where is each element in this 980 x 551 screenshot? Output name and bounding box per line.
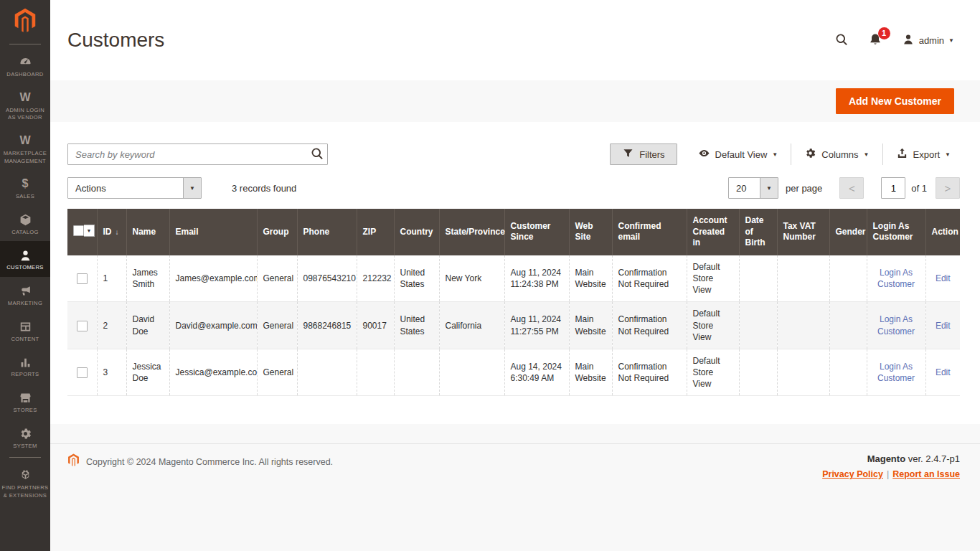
- sidebar-item-system[interactable]: SYSTEM: [0, 420, 50, 456]
- cell-state-province: New York: [439, 255, 504, 302]
- column-header-confirmed-email[interactable]: Confirmed email: [612, 209, 687, 255]
- columns-label: Columns: [821, 149, 858, 160]
- cell-email: James@example.com: [169, 255, 257, 302]
- version-block: Magento ver. 2.4.7-p1 Privacy Policy|Rep…: [822, 453, 960, 479]
- cell-country: [394, 349, 439, 396]
- cell-group: General: [257, 255, 297, 302]
- column-header-customer-since[interactable]: Customer Since: [504, 209, 569, 255]
- row-checkbox[interactable]: [77, 273, 88, 284]
- search-submit-button[interactable]: [310, 146, 324, 163]
- column-header-gender[interactable]: Gender: [829, 209, 867, 255]
- sidebar-item-customers[interactable]: CUSTOMERS: [0, 241, 50, 277]
- cell-group: General: [257, 302, 297, 349]
- edit-link[interactable]: Edit: [936, 273, 951, 283]
- column-header-zip[interactable]: ZIP: [357, 209, 394, 255]
- column-header-id[interactable]: ID↓: [97, 209, 126, 255]
- sidebar-item-reports[interactable]: REPORTS: [0, 348, 50, 384]
- privacy-policy-link[interactable]: Privacy Policy: [822, 469, 883, 479]
- cell-customer-since: Aug 11, 2024 11:24:38 PM: [504, 255, 569, 302]
- filters-button[interactable]: Filters: [610, 143, 677, 165]
- chevron-down-icon: ▼: [948, 37, 954, 44]
- toolbar-divider: [791, 143, 791, 165]
- columns-button[interactable]: Columns ▼: [795, 143, 878, 165]
- total-pages-label: of 1: [911, 183, 927, 194]
- sidebar-item-sales[interactable]: $SALES: [0, 170, 50, 206]
- cell-login-as-customer: Login As Customer: [867, 302, 925, 349]
- cell-customer-since: Aug 14, 2024 6:30:49 AM: [504, 349, 569, 396]
- current-page-input[interactable]: [881, 177, 905, 199]
- cell-state-province: [439, 349, 504, 396]
- sidebar-divider: [9, 44, 41, 44]
- sidebar-item-marketplace-management[interactable]: WMARKETPLACE MANAGEMENT: [0, 127, 50, 170]
- system-icon: [1, 425, 49, 441]
- login-as-customer-link[interactable]: Login As Customer: [877, 362, 915, 383]
- notifications-button[interactable]: 1: [868, 32, 882, 49]
- column-header-state-province[interactable]: State/Province: [439, 209, 504, 255]
- global-search-button[interactable]: [834, 32, 849, 49]
- main-area: Customers 1 admin ▼ Add New Customer: [50, 0, 980, 551]
- export-button[interactable]: Export ▼: [887, 143, 961, 165]
- sidebar-item-stores[interactable]: STORES: [0, 384, 50, 420]
- report-issue-link[interactable]: Report an Issue: [892, 469, 960, 479]
- cell-web-site: Main Website: [569, 349, 612, 396]
- cell-country: United States: [394, 255, 439, 302]
- column-header-action[interactable]: Action: [925, 209, 960, 255]
- sidebar-item-marketing[interactable]: MARKETING: [0, 277, 50, 313]
- column-header-tax-vat-number[interactable]: Tax VAT Number: [777, 209, 829, 255]
- sidebar-item-label: FIND PARTNERS & EXTENSIONS: [1, 484, 49, 499]
- select-all-checkbox[interactable]: [73, 225, 84, 236]
- view-selector-button[interactable]: Default View ▼: [689, 143, 788, 165]
- sort-descending-icon: ↓: [116, 228, 119, 236]
- cell-tax-vat-number: [777, 302, 829, 349]
- row-checkbox[interactable]: [77, 321, 88, 331]
- copyright-block: Copyright © 2024 Magento Commerce Inc. A…: [67, 453, 333, 470]
- dashboard-icon: [1, 54, 49, 69]
- login-as-customer-link[interactable]: Login As Customer: [877, 314, 915, 336]
- column-header-name[interactable]: Name: [126, 209, 169, 255]
- eye-icon: [698, 147, 710, 161]
- cell-action: Edit: [925, 349, 960, 396]
- sidebar-item-label: DASHBOARD: [1, 71, 49, 79]
- cell-gender: [829, 302, 867, 349]
- actions-select[interactable]: Actions ▼: [67, 177, 202, 199]
- column-header-phone[interactable]: Phone: [297, 209, 357, 255]
- sidebar-item-dashboard[interactable]: DASHBOARD: [0, 48, 50, 84]
- cell-action: Edit: [925, 255, 960, 302]
- cell-id: 2: [97, 302, 126, 349]
- edit-link[interactable]: Edit: [936, 367, 951, 377]
- cell-web-site: Main Website: [569, 302, 612, 349]
- gear-icon: [804, 147, 816, 161]
- search-icon: [834, 38, 849, 49]
- chevron-down-icon: ▼: [864, 151, 870, 158]
- search-input[interactable]: [67, 143, 328, 165]
- magento-footer-logo-icon: [67, 453, 80, 470]
- column-header-group[interactable]: Group: [257, 209, 297, 255]
- sidebar-item-admin-login-as-vendor[interactable]: WADMIN LOGIN AS VENDOR: [0, 84, 50, 127]
- previous-page-button[interactable]: <: [839, 177, 864, 199]
- next-page-button[interactable]: >: [936, 177, 960, 199]
- magento-logo-icon[interactable]: [0, 0, 50, 42]
- column-header-email[interactable]: Email: [169, 209, 257, 255]
- admin-account-menu[interactable]: admin ▼: [902, 33, 954, 48]
- column-header-date-of-birth[interactable]: Date of Birth: [739, 209, 777, 255]
- column-header-web-site[interactable]: Web Site: [569, 209, 612, 255]
- vendor-icon: W: [1, 90, 49, 105]
- edit-link[interactable]: Edit: [936, 321, 951, 331]
- column-header-country[interactable]: Country: [394, 209, 439, 255]
- copyright-text: Copyright © 2024 Magento Commerce Inc. A…: [86, 457, 333, 467]
- column-header-account-created-in[interactable]: Account Created in: [687, 209, 739, 255]
- cell-confirmed-email: Confirmation Not Required: [612, 349, 687, 396]
- sidebar-item-catalog[interactable]: CATALOG: [0, 206, 50, 242]
- sidebar-item-content[interactable]: CONTENT: [0, 313, 50, 349]
- add-new-customer-button[interactable]: Add New Customer: [836, 88, 954, 114]
- login-as-customer-link[interactable]: Login As Customer: [877, 268, 915, 289]
- select-all-dropdown[interactable]: ▼: [84, 225, 95, 237]
- grid-panel: Filters Default View ▼ Columns ▼: [50, 122, 980, 424]
- sidebar-item-find-partners[interactable]: FIND PARTNERS & EXTENSIONS: [0, 461, 50, 504]
- row-checkbox[interactable]: [77, 367, 88, 378]
- column-header-login-as-customer[interactable]: Login As Customer: [867, 209, 925, 255]
- per-page-select[interactable]: 20 ▼: [728, 177, 778, 199]
- page-actions-bar: Add New Customer: [50, 80, 980, 122]
- select-all-header: ▼: [67, 209, 97, 255]
- filters-label: Filters: [639, 149, 664, 160]
